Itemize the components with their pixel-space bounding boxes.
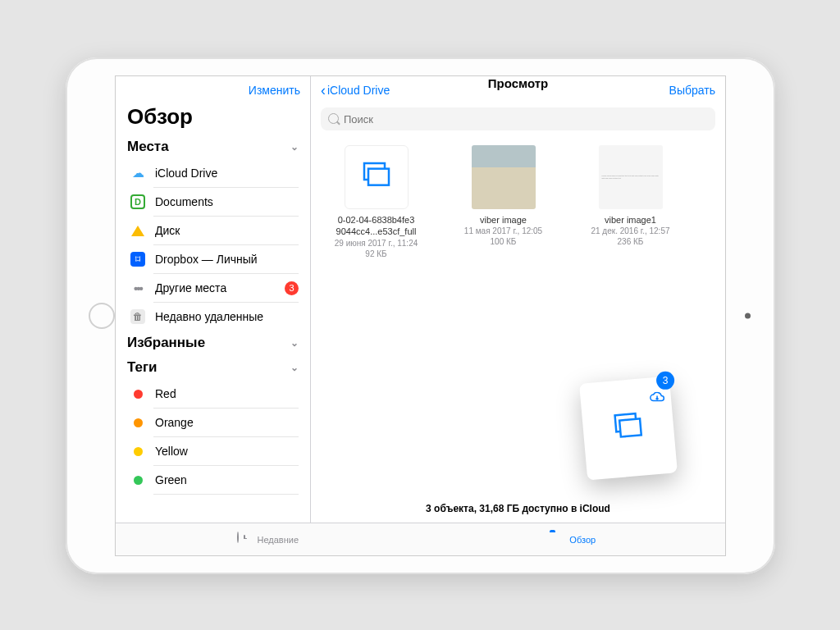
stack-icon: [610, 411, 646, 445]
svg-rect-3: [619, 418, 641, 436]
tag-dot-icon: [129, 413, 147, 431]
more-icon: •••: [129, 279, 147, 297]
sidebar-item-other[interactable]: ••• Другие места 3: [127, 274, 299, 302]
sidebar: Изменить Обзор Места ⌄ ☁ iCloud Drive: [116, 76, 311, 555]
camera-dot: [745, 313, 751, 319]
cloud-icon: ☁: [129, 164, 147, 182]
back-button[interactable]: ‹ iCloud Drive: [321, 82, 390, 99]
svg-rect-1: [368, 169, 389, 185]
dropbox-icon: ⌑: [129, 250, 147, 268]
folder-icon: [550, 532, 564, 547]
file-item[interactable]: Lorem ipsum dolor sit amet text text tex…: [583, 145, 678, 247]
home-button[interactable]: [89, 303, 115, 329]
tag-item-orange[interactable]: Orange: [127, 409, 299, 436]
sidebar-item-icloud[interactable]: ☁ iCloud Drive: [127, 159, 299, 187]
places-header[interactable]: Места ⌄: [127, 135, 299, 159]
trash-icon: 🗑: [129, 308, 147, 326]
file-grid: 0-02-04-6838b4fe3 9044cc4...e53cf_full 2…: [311, 134, 725, 259]
sidebar-item-trash[interactable]: 🗑 Недавно удаленные: [127, 303, 299, 331]
chevron-down-icon: ⌄: [290, 141, 299, 153]
search-input[interactable]: [321, 107, 715, 130]
edit-button[interactable]: Изменить: [249, 84, 300, 97]
tag-item-green[interactable]: Green: [127, 466, 299, 494]
tag-dot-icon: [129, 442, 147, 460]
favorites-header[interactable]: Избранные ⌄: [127, 331, 299, 355]
tag-dot-icon: [129, 385, 147, 403]
google-drive-icon: [129, 221, 147, 240]
clock-icon: [237, 532, 252, 547]
documents-icon: [129, 193, 147, 211]
file-item[interactable]: viber image 11 мая 2017 г., 12:05 100 КБ: [456, 145, 550, 247]
chevron-down-icon: ⌄: [290, 362, 299, 373]
tag-item-red[interactable]: Red: [127, 380, 299, 408]
search-icon: [321, 107, 715, 130]
status-text: 3 объекта, 31,68 ГБ доступно в iCloud: [311, 503, 725, 514]
selection-count-badge: 3: [656, 372, 674, 390]
badge-count: 3: [285, 281, 299, 295]
file-thumbnail: [345, 145, 409, 209]
chevron-left-icon: ‹: [321, 82, 326, 99]
chevron-down-icon: ⌄: [290, 337, 299, 349]
tab-recents[interactable]: Недавние: [116, 523, 421, 555]
tag-dot-icon: [129, 471, 147, 489]
drag-preview-card[interactable]: 3: [579, 376, 678, 480]
cloud-download-icon: [650, 392, 664, 407]
select-button[interactable]: Выбрать: [669, 84, 715, 97]
stack-icon: [360, 162, 393, 193]
file-thumbnail: [472, 145, 536, 209]
file-thumbnail: Lorem ipsum dolor sit amet text text tex…: [599, 145, 663, 209]
sidebar-item-documents[interactable]: Documents: [127, 188, 299, 216]
sidebar-item-dropbox[interactable]: ⌑ Dropbox — Личный: [127, 245, 299, 273]
sidebar-item-drive[interactable]: Диск: [127, 217, 299, 244]
tab-bar: Недавние Обзор: [116, 523, 725, 555]
main-pane: ‹ iCloud Drive Выбрать Просмотр: [311, 76, 725, 555]
tab-browse[interactable]: Обзор: [421, 523, 726, 555]
file-item[interactable]: 0-02-04-6838b4fe3 9044cc4...e53cf_full 2…: [329, 145, 423, 259]
tag-item-yellow[interactable]: Yellow: [127, 437, 299, 465]
sidebar-title: Обзор: [116, 104, 310, 135]
tags-header[interactable]: Теги ⌄: [127, 355, 299, 380]
